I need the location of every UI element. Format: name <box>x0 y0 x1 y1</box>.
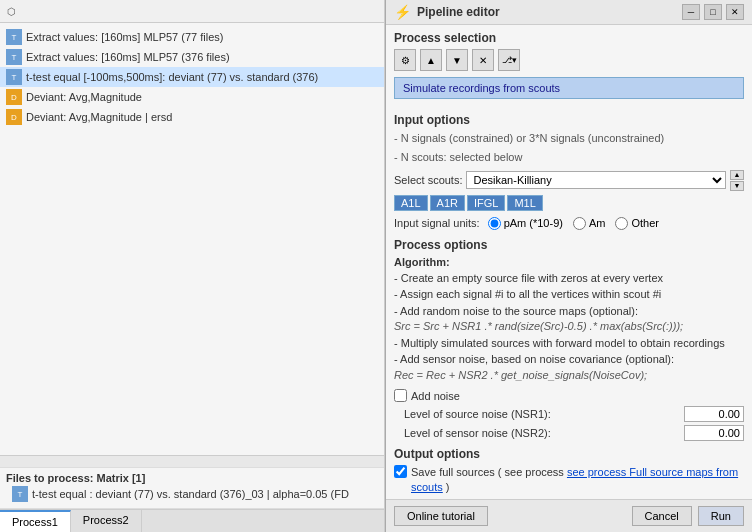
scouts-tags: A1L A1R IFGL M1L <box>394 195 744 211</box>
radio-am-input[interactable] <box>573 217 586 230</box>
tab-process1[interactable]: Process1 <box>0 510 71 532</box>
save-full-close-paren: ) <box>446 481 450 493</box>
process-options-label: Process options <box>394 238 744 252</box>
arrow-up-btn[interactable]: ▲ <box>420 49 442 71</box>
process-selection-title: Process selection <box>394 31 744 45</box>
files-label: Files to process: Matrix [1] <box>6 472 378 484</box>
input-hint-2: - N scouts: selected below <box>394 150 744 165</box>
pipeline-editor: ⚡ Pipeline editor ─ □ ✕ Process selectio… <box>385 0 752 532</box>
radio-other-label: Other <box>631 217 659 229</box>
tag-ifgl[interactable]: IFGL <box>467 195 505 211</box>
left-panel: ⬡ TExtract values: [160ms] MLP57 (77 fil… <box>0 0 385 532</box>
simulate-button[interactable]: Simulate recordings from scouts <box>394 77 744 99</box>
scouts-select-container: Desikan-Killiany <box>466 171 726 189</box>
save-full-text: Save full sources <box>411 466 495 478</box>
close-button[interactable]: ✕ <box>726 4 744 20</box>
add-noise-checkbox[interactable] <box>394 389 407 402</box>
nsr2-label: Level of sensor noise (NSR2): <box>404 427 678 439</box>
radio-am[interactable]: Am <box>573 217 606 230</box>
input-options-label: Input options <box>394 113 744 127</box>
maximize-button[interactable]: □ <box>704 4 722 20</box>
radio-pam-input[interactable] <box>488 217 501 230</box>
save-full-checkbox[interactable] <box>394 465 407 478</box>
save-full-paren: ( <box>498 466 502 478</box>
dev-icon: D <box>6 89 22 105</box>
algorithm-title: Algorithm: <box>394 256 744 268</box>
horizontal-scrollbar[interactable] <box>0 455 384 467</box>
file-icon: T <box>12 486 28 502</box>
files-section: Files to process: Matrix [1] T t-test eq… <box>0 467 384 509</box>
list-item[interactable]: DDeviant: Avg,Magnitude | ersd <box>0 107 384 127</box>
add-noise-label: Add noise <box>411 390 460 402</box>
radio-pam[interactable]: pAm (*10-9) <box>488 217 563 230</box>
add-noise-row: Add noise <box>394 389 744 402</box>
algorithm-section: Algorithm: - Create an empty source file… <box>394 256 744 383</box>
list-item[interactable]: Tt-test equal [-100ms,500ms]: deviant (7… <box>0 67 384 87</box>
branch-btn[interactable]: ⎇▾ <box>498 49 520 71</box>
file-list: TExtract values: [160ms] MLP57 (77 files… <box>0 23 384 455</box>
list-item-text: Extract values: [160ms] MLP57 (77 files) <box>26 31 223 43</box>
list-item-text: Deviant: Avg,Magnitude <box>26 91 142 103</box>
list-item-text: t-test equal [-100ms,500ms]: deviant (77… <box>26 71 318 83</box>
radio-other-input[interactable] <box>615 217 628 230</box>
scouts-label: Select scouts: <box>394 174 462 186</box>
file-item: T t-test equal : deviant (77) vs. standa… <box>6 484 378 504</box>
save-full-see: see process <box>505 466 567 478</box>
radio-pam-label: pAm (*10-9) <box>504 217 563 229</box>
nsr2-row: Level of sensor noise (NSR2): <box>394 425 744 441</box>
process-toolbar: ⚙ ▲ ▼ ✕ ⎇▾ <box>394 49 744 71</box>
table-icon: T <box>6 69 22 85</box>
signal-units-row: Input signal units: pAm (*10-9) Am Other <box>394 217 744 230</box>
pe-title-text: Pipeline editor <box>417 5 500 19</box>
radio-group-units: pAm (*10-9) Am Other <box>488 217 659 230</box>
algo-code-1: Src = Src + NSR1 .* rand(size(Src)-0.5) … <box>394 319 744 334</box>
scouts-dropdown[interactable]: Desikan-Killiany <box>466 171 726 189</box>
tag-m1l[interactable]: M1L <box>507 195 542 211</box>
delete-btn[interactable]: ✕ <box>472 49 494 71</box>
algo-line-0: - Create an empty source file with zeros… <box>394 270 744 287</box>
list-item[interactable]: TExtract values: [160ms] MLP57 (77 files… <box>0 27 384 47</box>
scouts-row: Select scouts: Desikan-Killiany ▲ ▼ <box>394 170 744 191</box>
algo-line-4: - Multiply simulated sources with forwar… <box>394 335 744 352</box>
list-item-text: Deviant: Avg,Magnitude | ersd <box>26 111 172 123</box>
nsr2-input[interactable] <box>684 425 744 441</box>
radio-other[interactable]: Other <box>615 217 659 230</box>
tab-process2[interactable]: Process2 <box>71 510 142 532</box>
pe-titlebar: ⚡ Pipeline editor ─ □ ✕ <box>386 0 752 25</box>
scouts-arrow-down[interactable]: ▼ <box>730 181 744 191</box>
cancel-button[interactable]: Cancel <box>632 506 692 526</box>
gear-icon-btn[interactable]: ⚙ <box>394 49 416 71</box>
algo-line-5: - Add sensor noise, based on noise covar… <box>394 351 744 368</box>
list-item[interactable]: DDeviant: Avg,Magnitude <box>0 87 384 107</box>
list-item-text: Extract values: [160ms] MLP57 (376 files… <box>26 51 230 63</box>
nsr1-label: Level of source noise (NSR1): <box>404 408 678 420</box>
algo-line-1: - Assign each signal #i to all the verti… <box>394 286 744 303</box>
tag-a1l[interactable]: A1L <box>394 195 428 211</box>
table-icon: T <box>6 29 22 45</box>
output-options-label: Output options <box>394 447 744 461</box>
nsr1-row: Level of source noise (NSR1): <box>394 406 744 422</box>
pe-title: ⚡ Pipeline editor <box>394 4 682 20</box>
dev-icon: D <box>6 109 22 125</box>
arrow-down-btn[interactable]: ▼ <box>446 49 468 71</box>
input-hint-1: - N signals (constrained) or 3*N signals… <box>394 131 744 146</box>
output-options-section: Output options Save full sources ( see p… <box>394 447 744 496</box>
file-item-text: t-test equal : deviant (77) vs. standard… <box>32 488 349 500</box>
algo-code-2: Rec = Rec + NSR2 .* get_noise_signals(No… <box>394 368 744 383</box>
scouts-arrow-up[interactable]: ▲ <box>730 170 744 180</box>
left-toolbar: ⬡ <box>0 0 384 23</box>
pe-window-controls: ─ □ ✕ <box>682 4 744 20</box>
tag-a1r[interactable]: A1R <box>430 195 465 211</box>
run-button[interactable]: Run <box>698 506 744 526</box>
pe-footer: Online tutorial Cancel Run <box>386 499 752 532</box>
nsr1-input[interactable] <box>684 406 744 422</box>
toolbar-icon-1[interactable]: ⬡ <box>3 3 19 19</box>
algo-line-2: - Add random noise to the source maps (o… <box>394 303 744 320</box>
save-full-row: Save full sources ( see process see proc… <box>394 465 744 496</box>
list-item[interactable]: TExtract values: [160ms] MLP57 (376 file… <box>0 47 384 67</box>
pe-body: Process selection ⚙ ▲ ▼ ✕ ⎇▾ Simulate re… <box>386 25 752 499</box>
table-icon: T <box>6 49 22 65</box>
minimize-button[interactable]: ─ <box>682 4 700 20</box>
save-full-label: Save full sources ( see process see proc… <box>411 465 744 496</box>
online-tutorial-button[interactable]: Online tutorial <box>394 506 488 526</box>
